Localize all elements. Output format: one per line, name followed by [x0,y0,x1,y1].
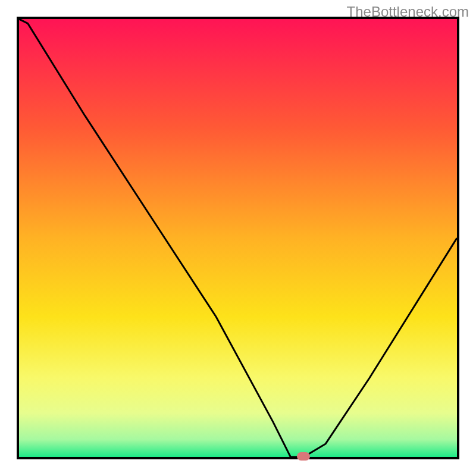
bottleneck-curve [19,19,457,457]
marker-point [297,452,310,461]
watermark-text: TheBottleneck.com [347,4,469,20]
chart-line-layer [19,19,457,457]
chart-plot-area [17,17,459,459]
